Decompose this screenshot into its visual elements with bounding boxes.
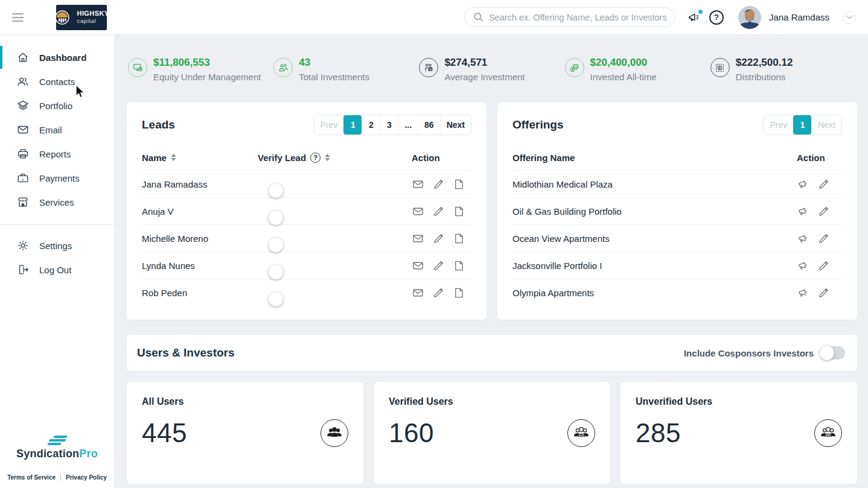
edit-lead-icon[interactable]: [432, 259, 445, 272]
edit-lead-icon[interactable]: [432, 232, 445, 245]
promote-offering-icon[interactable]: [797, 287, 809, 299]
leads-page-ellipsis[interactable]: ...: [398, 115, 418, 135]
stat-average-investment: $274,571 Average Investment: [419, 57, 564, 103]
sidebar-item-contacts[interactable]: Contacts: [0, 69, 114, 93]
user-menu-chevron[interactable]: [843, 11, 856, 24]
lead-document-icon[interactable]: [453, 205, 465, 218]
offerings-next-button[interactable]: Next: [811, 115, 841, 135]
stat-invested-all-time: $20,400,000 Invested All-time: [565, 57, 710, 103]
footer-links-divider: [60, 474, 61, 481]
sidebar-item-reports[interactable]: Reports: [0, 142, 114, 166]
sidebar-item-dashboard[interactable]: Dashboard: [0, 45, 114, 69]
offering-row: Jacksonville Portfolio I: [512, 252, 842, 279]
printer-icon: [17, 148, 29, 160]
offerings-prev-button[interactable]: Prev: [764, 115, 793, 135]
hamburger-menu-icon[interactable]: [12, 11, 28, 24]
edit-offering-icon[interactable]: [817, 205, 830, 218]
lead-row: Anuja V: [142, 197, 471, 224]
leads-title: Leads: [142, 118, 175, 132]
offering-row: Oil & Gas Building Portfolio: [512, 197, 842, 224]
offering-name: Jacksonville Portfolio I: [512, 261, 797, 271]
edit-lead-icon[interactable]: [432, 178, 445, 191]
terms-of-service-link[interactable]: Terms of Service: [7, 474, 56, 481]
help-button[interactable]: ?: [709, 10, 724, 25]
top-bar: HIGHSKY capital ? Jana Ramdass: [0, 0, 868, 35]
global-search[interactable]: [464, 7, 675, 27]
verify-lead-help-icon[interactable]: ?: [310, 153, 321, 163]
column-name: Name: [142, 153, 167, 163]
column-action: Action: [412, 153, 471, 163]
users-group-icon: [321, 419, 348, 447]
search-input[interactable]: [489, 13, 666, 22]
logout-icon: [17, 264, 29, 276]
announcements-button[interactable]: [685, 8, 703, 27]
contacts-icon: [17, 75, 29, 87]
verified-users-card: Verified Users 160: [374, 382, 610, 484]
leads-prev-button[interactable]: Prev: [314, 115, 344, 135]
edit-offering-icon[interactable]: [817, 259, 830, 272]
sidebar-item-payments[interactable]: Payments: [0, 166, 114, 190]
all-users-card: All Users 445: [127, 382, 363, 484]
unverified-users-card: Unverified Users 285: [621, 382, 857, 484]
sidebar-item-services[interactable]: Services: [0, 190, 114, 214]
leads-page-3[interactable]: 3: [380, 115, 398, 135]
sidebar-footer: SyndicationPro Terms of Service Privacy …: [0, 436, 114, 488]
sort-name-icon[interactable]: [171, 154, 176, 161]
email-lead-icon[interactable]: [412, 259, 424, 272]
all-users-count: 445: [142, 418, 187, 448]
user-name[interactable]: Jana Ramdass: [769, 12, 829, 22]
sort-verify-icon[interactable]: [325, 154, 330, 161]
offerings-panel: Offerings Prev 1 Next Offering Name Acti…: [497, 103, 857, 320]
storefront-icon: [17, 196, 29, 208]
leads-page-86[interactable]: 86: [418, 115, 440, 135]
lead-document-icon[interactable]: [453, 259, 465, 272]
distributions-icon: [710, 58, 730, 77]
stat-distributions: $222,500.12 Distributions: [710, 57, 856, 103]
edit-offering-icon[interactable]: [817, 287, 830, 299]
average-investment-icon: [419, 58, 438, 77]
avatar[interactable]: [738, 6, 761, 29]
chevron-down-icon: [846, 15, 853, 19]
help-question-icon: ?: [714, 13, 719, 22]
leads-next-button[interactable]: Next: [440, 115, 471, 135]
sidebar-item-settings[interactable]: Settings: [0, 233, 114, 258]
privacy-policy-link[interactable]: Privacy Policy: [66, 474, 107, 481]
lead-name: Anuja V: [142, 206, 258, 217]
lead-document-icon[interactable]: [453, 232, 465, 245]
lead-row: Jana Ramadass: [142, 170, 471, 197]
email-lead-icon[interactable]: [412, 287, 424, 299]
edit-lead-icon[interactable]: [432, 287, 445, 299]
leads-page-1[interactable]: 1: [343, 115, 362, 135]
leads-page-2[interactable]: 2: [362, 115, 380, 135]
lead-document-icon[interactable]: [453, 287, 465, 299]
stats-row: $11,806,553 Equity Under Management 43 T…: [127, 35, 857, 103]
edit-offering-icon[interactable]: [817, 178, 830, 191]
column-offering-name: Offering Name: [512, 153, 797, 163]
sidebar-item-portfolio[interactable]: Portfolio: [0, 93, 114, 118]
offering-row: Midlothian Medical Plaza: [512, 170, 842, 197]
edit-lead-icon[interactable]: [432, 205, 445, 218]
investments-icon: [273, 58, 293, 77]
offering-row: Olympia Apartments: [512, 279, 842, 306]
leads-panel: Leads Prev 1 2 3 ... 86 Next Name: [127, 103, 487, 320]
offerings-pagination: Prev 1 Next: [763, 115, 842, 135]
promote-offering-icon[interactable]: [797, 205, 809, 218]
email-lead-icon[interactable]: [412, 178, 424, 191]
main-content: $11,806,553 Equity Under Management 43 T…: [115, 35, 868, 488]
email-lead-icon[interactable]: [412, 205, 424, 218]
lead-name: Michelle Moreno: [142, 233, 258, 244]
promote-offering-icon[interactable]: [797, 178, 809, 191]
email-lead-icon[interactable]: [412, 232, 424, 245]
sidebar-item-email[interactable]: Email: [0, 118, 114, 142]
offering-name: Olympia Apartments: [512, 288, 797, 298]
include-cosponsors-toggle[interactable]: [821, 346, 845, 360]
promote-offering-icon[interactable]: [797, 259, 809, 272]
sidebar-item-logout[interactable]: Log Out: [0, 258, 114, 282]
lead-row: Lynda Nunes: [142, 252, 471, 279]
offerings-page-1[interactable]: 1: [793, 115, 811, 135]
edit-offering-icon[interactable]: [817, 232, 830, 245]
card-title: Verified Users: [389, 396, 595, 407]
lead-document-icon[interactable]: [453, 178, 465, 191]
promote-offering-icon[interactable]: [797, 232, 809, 245]
company-logo[interactable]: HIGHSKY capital: [56, 5, 107, 30]
